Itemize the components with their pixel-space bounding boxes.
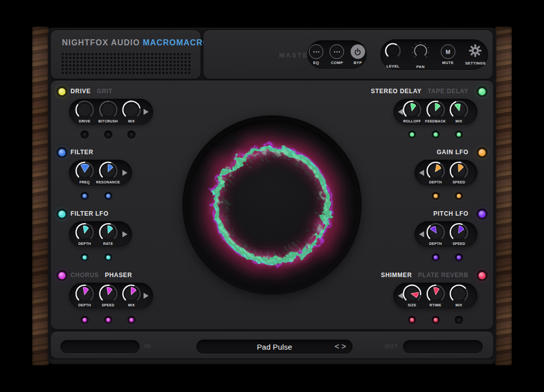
output-meter <box>403 340 483 353</box>
module-pitch-lfo-led[interactable] <box>477 209 488 220</box>
knob-drive-mix[interactable] <box>121 100 142 120</box>
macro-visualizer[interactable] <box>182 115 362 295</box>
chevron-right-icon[interactable] <box>122 170 127 176</box>
knob-filter-freq[interactable] <box>75 161 95 181</box>
knob-label: MIX <box>441 303 477 307</box>
knob-drive-drive[interactable] <box>75 100 95 120</box>
led-core <box>58 211 65 218</box>
brand-name: NIGHTFOX AUDIO <box>62 38 140 47</box>
dots-icon <box>329 44 344 59</box>
led-core <box>106 318 110 322</box>
module-drive-pill: DRIVEBITCRUSHMIX <box>69 99 153 125</box>
master-settings-button[interactable]: SETTINGS <box>463 44 489 66</box>
chevron-right-icon[interactable] <box>144 109 149 115</box>
knob-shimmer-mix[interactable] <box>449 284 469 304</box>
tab-shimmer[interactable]: SHIMMER <box>381 272 412 279</box>
master-comp-button[interactable]: COMP <box>328 44 346 65</box>
bottom-bezel <box>51 359 493 363</box>
module-gain-lfo-led[interactable] <box>477 147 488 158</box>
master-control-label: PAN <box>417 64 425 69</box>
knob-chorus-speed[interactable] <box>98 284 118 304</box>
tab-stereo-delay[interactable]: STEREO DELAY <box>371 88 422 95</box>
product-name: MACROMACRO <box>143 38 210 47</box>
knob-label: MIX <box>114 119 149 123</box>
module-filter-lfo-led[interactable] <box>56 209 67 220</box>
knob-stereo-delay-rolloff[interactable] <box>402 100 422 120</box>
knob-filter-lfo-depth[interactable] <box>75 222 95 242</box>
chevron-left-icon[interactable] <box>419 231 424 237</box>
module-gain-lfo-titles: GAIN LFO <box>437 148 468 156</box>
master-level-knob[interactable]: LEVEL <box>380 41 406 69</box>
master-control-label: MUTE <box>442 60 454 65</box>
module-pitch-lfo-titles: PITCH LFO <box>433 210 468 218</box>
knob-pitch-lfo-depth[interactable] <box>426 222 446 242</box>
master-control-label: SETTINGS <box>465 61 486 66</box>
slot-led-drive-1 <box>81 130 89 139</box>
knob-label: RATE <box>91 242 126 245</box>
module-pitch-lfo-pill: DEPTHSPEED <box>415 221 478 247</box>
module-filter-lfo-pill: DEPTHRATE <box>69 221 132 247</box>
pan-knob-icon <box>411 41 431 63</box>
slot-led-stereo-delay-1 <box>408 130 416 139</box>
power-icon <box>351 44 365 59</box>
knob-filter-resonance[interactable] <box>98 161 118 181</box>
tab-chorus[interactable]: CHORUS <box>71 272 99 279</box>
tab-grit[interactable]: GRIT <box>97 88 112 95</box>
master-switch-label: BYP <box>354 60 362 65</box>
knob-stereo-delay-mix[interactable] <box>449 100 469 120</box>
master-byp-button[interactable]: BYP <box>349 44 367 65</box>
chevron-left-icon[interactable] <box>398 293 403 299</box>
tab-plate-reverb[interactable]: PLATE REVERB <box>418 272 468 279</box>
tab-phaser[interactable]: PHASER <box>105 272 132 279</box>
led-core <box>434 255 438 259</box>
knob-gain-lfo-speed[interactable] <box>449 161 469 181</box>
gear-icon <box>468 44 482 59</box>
master-pan-knob[interactable]: PAN <box>408 41 434 69</box>
led-core <box>83 318 87 322</box>
module-drive-led[interactable] <box>56 86 67 97</box>
led-core <box>410 318 414 322</box>
slot-led-drive-2 <box>104 130 112 139</box>
knob-drive-bitcrush[interactable] <box>98 100 118 120</box>
tab-tape-delay[interactable]: TAPE DELAY <box>428 88 468 95</box>
knob-gain-lfo-depth[interactable] <box>426 161 446 181</box>
knob-chorus-mix[interactable] <box>121 284 142 304</box>
knob-filter-lfo-rate[interactable] <box>98 222 118 242</box>
knob-shimmer-rtime[interactable] <box>426 284 446 304</box>
knob-pitch-lfo-speed[interactable] <box>449 222 469 242</box>
tab-drive[interactable]: DRIVE <box>71 88 91 95</box>
knob-chorus-depth[interactable] <box>75 284 95 304</box>
preset-next-button[interactable]: > <box>342 342 346 352</box>
led-core <box>58 272 65 279</box>
knob-shimmer-size[interactable] <box>402 284 422 304</box>
module-shimmer-titles: SHIMMERPLATE REVERB <box>381 271 468 279</box>
module-shimmer-led[interactable] <box>477 270 488 281</box>
preset-nav: < > <box>334 342 346 352</box>
preset-selector[interactable]: Pad Pulse < > <box>196 340 353 354</box>
slot-led-filter-lfo-1 <box>81 253 89 262</box>
led-core <box>434 133 438 137</box>
master-mute-button[interactable]: MMUTE <box>435 44 461 65</box>
chevron-right-icon[interactable] <box>144 293 149 299</box>
knob-label: MIX <box>441 119 477 123</box>
led-core <box>457 318 461 322</box>
led-core <box>457 194 461 198</box>
master-panel: MASTER EQCOMPBYP LEVELPANMMUTESETTINGS <box>203 30 493 79</box>
chevron-left-icon[interactable] <box>419 170 424 176</box>
chevron-right-icon[interactable] <box>122 231 127 237</box>
preset-prev-button[interactable]: < <box>334 342 339 352</box>
chevron-left-icon[interactable] <box>398 109 403 115</box>
slot-led-stereo-delay-2 <box>432 130 440 139</box>
module-chorus-led[interactable] <box>56 270 67 281</box>
master-eq-button[interactable]: EQ <box>307 44 325 65</box>
led-core <box>129 133 133 137</box>
module-filter-titles: FILTER <box>71 148 93 156</box>
module-stereo-delay-pill: ROLLOFFFEEDBACKMIX <box>393 99 478 125</box>
slot-led-gain-lfo-2 <box>455 192 463 200</box>
knob-label: RESONANCE <box>91 180 126 184</box>
module-filter-led[interactable] <box>56 147 67 158</box>
module-stereo-delay-led[interactable] <box>477 86 488 97</box>
slot-led-chorus-3 <box>127 316 135 324</box>
knob-stereo-delay-feedback[interactable] <box>426 100 446 120</box>
input-label: IN <box>145 343 151 349</box>
